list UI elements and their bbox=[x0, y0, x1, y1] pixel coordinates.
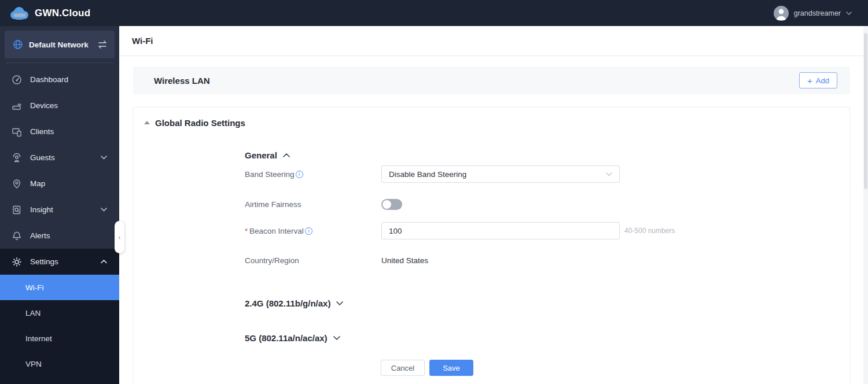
country-region-value: United States bbox=[381, 256, 428, 265]
beacon-interval-row: * Beacon Interval i 40-500 numbers bbox=[245, 222, 675, 239]
switch-network-icon[interactable] bbox=[97, 39, 108, 50]
guests-icon bbox=[12, 153, 22, 163]
global-radio-settings-card: Global Radio Settings General Band Steer… bbox=[133, 107, 850, 384]
sidebar: Default Network Dashboard bbox=[0, 26, 119, 384]
required-asterisk: * bbox=[245, 227, 248, 235]
chevron-up-icon bbox=[98, 257, 109, 267]
sidebar-item-label: Devices bbox=[30, 101, 58, 110]
global-radio-settings-title: Global Radio Settings bbox=[155, 118, 245, 128]
network-name: Default Network bbox=[29, 40, 91, 49]
airtime-fairness-label: Airtime Fairness bbox=[245, 200, 381, 209]
page-title: Wi-Fi bbox=[132, 36, 153, 46]
info-icon[interactable]: i bbox=[305, 227, 312, 235]
add-button[interactable]: + Add bbox=[799, 72, 837, 88]
subitem-label: Internet bbox=[25, 334, 52, 343]
general-section-heading[interactable]: General bbox=[245, 148, 290, 162]
sidebar-subitem-lan[interactable]: LAN bbox=[0, 300, 119, 326]
sidebar-item-clients[interactable]: Clients bbox=[0, 119, 119, 145]
band-2-4g-heading-label: 2.4G (802.11b/g/n/ax) bbox=[245, 298, 330, 308]
globe-icon bbox=[13, 39, 23, 50]
cancel-button[interactable]: Cancel bbox=[381, 360, 425, 376]
bell-icon bbox=[12, 231, 22, 241]
sidebar-item-label: Map bbox=[30, 179, 45, 188]
sidebar-item-alerts[interactable]: Alerts bbox=[0, 223, 119, 249]
scrollbar-thumb[interactable] bbox=[864, 33, 867, 189]
country-region-label: Country/Region bbox=[245, 256, 381, 265]
map-pin-icon bbox=[12, 179, 22, 189]
band-steering-value: Disable Band Steering bbox=[389, 170, 606, 179]
sidebar-item-devices[interactable]: Devices bbox=[0, 93, 119, 119]
scrollbar[interactable] bbox=[863, 26, 868, 384]
sidebar-item-settings[interactable]: Settings bbox=[0, 249, 119, 275]
sidebar-item-guests[interactable]: Guests bbox=[0, 145, 119, 171]
chevron-down-icon bbox=[606, 172, 612, 176]
collapse-triangle-icon bbox=[144, 121, 150, 124]
beacon-interval-hint: 40-500 numbers bbox=[624, 227, 675, 235]
user-name: grandstreamer bbox=[794, 9, 841, 17]
toggle-knob bbox=[382, 200, 391, 209]
sidebar-collapse-handle[interactable]: ‹ bbox=[115, 221, 124, 253]
gwn-cloud-logo-icon: GWN bbox=[8, 6, 30, 21]
sidebar-item-label: Guests bbox=[30, 153, 55, 162]
settings-subnav: Wi-Fi LAN Internet VPN bbox=[0, 275, 119, 376]
sidebar-item-map[interactable]: Map bbox=[0, 171, 119, 197]
band-5g-section-heading[interactable]: 5G (802.11a/n/ac/ax) bbox=[245, 331, 340, 345]
sidebar-item-dashboard[interactable]: Dashboard bbox=[0, 67, 119, 93]
main-content: Wi-Fi Wireless LAN + Add Global Radio Se… bbox=[119, 26, 868, 384]
band-5g-heading-label: 5G (802.11a/n/ac/ax) bbox=[245, 333, 328, 343]
sidebar-item-insight[interactable]: Insight bbox=[0, 197, 119, 223]
save-button[interactable]: Save bbox=[429, 360, 473, 376]
sidebar-divider bbox=[6, 62, 113, 63]
sidebar-item-label: Insight bbox=[30, 205, 53, 214]
form-actions: Cancel Save bbox=[381, 360, 473, 376]
global-radio-settings-header[interactable]: Global Radio Settings bbox=[144, 116, 245, 130]
band-steering-select[interactable]: Disable Band Steering bbox=[381, 165, 620, 183]
settings-section: Settings Wi-Fi LAN Internet VPN bbox=[0, 249, 119, 384]
wireless-lan-header: Wireless LAN + Add bbox=[133, 67, 850, 94]
add-button-label: Add bbox=[816, 76, 829, 85]
band-steering-row: Band Steering i Disable Band Steering bbox=[245, 165, 620, 183]
airtime-fairness-toggle[interactable] bbox=[381, 199, 402, 210]
subitem-label: VPN bbox=[25, 360, 42, 368]
sidebar-item-label: Alerts bbox=[30, 231, 50, 240]
chevron-down-icon bbox=[336, 301, 343, 305]
chevron-down-icon bbox=[98, 205, 109, 215]
clients-devices-icon bbox=[12, 127, 22, 137]
collapse-chevron-icon: ‹ bbox=[119, 234, 120, 241]
general-heading-label: General bbox=[245, 150, 277, 160]
airtime-fairness-row: Airtime Fairness bbox=[245, 195, 402, 213]
chevron-down-icon bbox=[846, 11, 852, 16]
sidebar-nav: Dashboard Devices Clients bbox=[0, 67, 119, 249]
band-steering-label: Band Steering i bbox=[245, 170, 381, 179]
user-avatar bbox=[774, 6, 789, 21]
page-title-bar: Wi-Fi bbox=[119, 26, 868, 56]
subitem-label: Wi-Fi bbox=[25, 283, 43, 292]
sidebar-subitem-wifi[interactable]: Wi-Fi bbox=[0, 275, 119, 300]
chevron-up-icon bbox=[283, 153, 290, 157]
sidebar-item-label: Dashboard bbox=[30, 75, 68, 84]
gear-icon bbox=[12, 257, 22, 267]
country-region-row: Country/Region United States bbox=[245, 253, 428, 267]
sidebar-subitem-vpn[interactable]: VPN bbox=[0, 351, 119, 376]
topbar: GWN GWN.Cloud grandstreamer bbox=[0, 0, 868, 26]
user-menu[interactable]: grandstreamer bbox=[774, 6, 868, 21]
sidebar-item-label: Clients bbox=[30, 127, 54, 136]
svg-text:GWN: GWN bbox=[14, 13, 25, 18]
subitem-label: LAN bbox=[25, 309, 41, 317]
chevron-down-icon bbox=[333, 336, 340, 340]
beacon-interval-label: * Beacon Interval i bbox=[245, 227, 381, 235]
beacon-interval-input[interactable] bbox=[381, 222, 620, 239]
sidebar-item-label: Settings bbox=[30, 257, 58, 266]
brand-logo[interactable]: GWN GWN.Cloud bbox=[0, 6, 90, 21]
brand-title: GWN.Cloud bbox=[35, 8, 90, 19]
band-2-4g-section-heading[interactable]: 2.4G (802.11b/g/n/ax) bbox=[245, 296, 343, 310]
chevron-down-icon bbox=[98, 153, 109, 163]
insight-report-icon bbox=[12, 205, 22, 215]
access-point-icon bbox=[12, 101, 22, 111]
plus-icon: + bbox=[807, 76, 812, 85]
dashboard-icon bbox=[12, 75, 22, 85]
wireless-lan-title: Wireless LAN bbox=[133, 76, 210, 86]
network-selector[interactable]: Default Network bbox=[5, 31, 115, 58]
sidebar-subitem-internet[interactable]: Internet bbox=[0, 326, 119, 351]
info-icon[interactable]: i bbox=[296, 171, 303, 178]
